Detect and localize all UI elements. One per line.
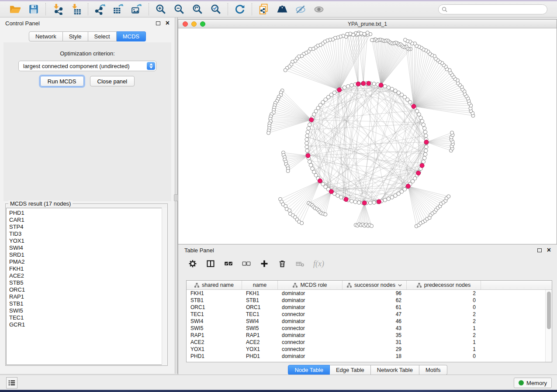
control-panel-tab[interactable]: Select [88, 31, 117, 41]
network-edge[interactable] [381, 49, 410, 85]
network-node[interactable] [356, 32, 360, 36]
network-edge[interactable] [322, 192, 332, 213]
cell-mcds-role[interactable]: connector [278, 325, 343, 332]
network-edge[interactable] [288, 155, 308, 171]
network-node[interactable] [363, 32, 366, 36]
zoom-out-button[interactable] [173, 3, 185, 15]
network-edge[interactable] [358, 34, 363, 83]
export-network-button[interactable] [94, 3, 106, 15]
mcds-hub-node[interactable] [367, 81, 371, 86]
mcds-result-node[interactable]: GCR1 [9, 321, 166, 328]
cell-successor-nodes[interactable]: 18 [343, 353, 407, 360]
cell-mcds-role[interactable]: dominator [278, 332, 343, 339]
mcds-result-node[interactable]: PMA2 [9, 258, 166, 265]
network-edge[interactable] [361, 33, 363, 83]
cell-successor-nodes[interactable]: 47 [343, 311, 407, 318]
mcds-result-node[interactable]: PHD1 [9, 210, 166, 217]
cell-shared-name[interactable]: RAP1 [187, 332, 242, 339]
network-node[interactable] [286, 169, 290, 173]
network-edge[interactable] [357, 203, 364, 226]
network-node[interactable] [339, 196, 343, 199]
network-node[interactable] [383, 85, 387, 88]
close-panel-button[interactable]: Close panel [90, 76, 135, 86]
network-node[interactable] [422, 160, 425, 163]
network-edge[interactable] [299, 181, 320, 222]
column-header-name[interactable]: name [242, 281, 278, 289]
network-node[interactable] [372, 201, 376, 204]
network-node[interactable] [267, 131, 270, 134]
cell-successor-nodes[interactable]: 31 [343, 339, 407, 346]
network-edge[interactable] [334, 93, 408, 186]
show-column-button[interactable] [206, 259, 215, 268]
network-node[interactable] [306, 130, 309, 134]
network-edge[interactable] [275, 105, 311, 120]
network-edge[interactable] [414, 73, 450, 107]
create-column-button[interactable] [259, 259, 269, 268]
cell-shared-name[interactable]: SWI4 [187, 318, 242, 325]
table-panel-tab[interactable]: Network Table [371, 365, 419, 375]
table-row[interactable]: SWI4 SWI4 dominator 46 2 [187, 318, 545, 325]
network-node[interactable] [305, 145, 308, 148]
mcds-result-node[interactable]: STB1 [9, 300, 166, 307]
cell-mcds-role[interactable]: dominator [278, 318, 343, 325]
network-edge[interactable] [359, 84, 419, 173]
network-node[interactable] [353, 200, 357, 203]
network-node[interactable] [360, 31, 363, 35]
cell-predecessor-nodes[interactable]: 1 [407, 339, 481, 346]
export-table-button[interactable] [113, 3, 124, 15]
mcds-result-node[interactable]: CAR1 [9, 217, 166, 224]
network-node[interactable] [425, 145, 428, 148]
mcds-hub-node[interactable] [412, 104, 416, 109]
cell-successor-nodes[interactable]: 62 [343, 297, 407, 304]
mcds-result-node[interactable]: STP4 [9, 224, 166, 230]
cell-successor-nodes[interactable]: 61 [343, 304, 407, 311]
network-node[interactable] [336, 194, 339, 197]
network-node[interactable] [368, 201, 372, 205]
mcds-result-node[interactable]: RAP1 [9, 293, 166, 300]
zoom-fit-button[interactable] [192, 3, 203, 15]
mcds-result-node[interactable]: ACE2 [9, 272, 166, 279]
cell-successor-nodes[interactable]: 29 [343, 346, 407, 353]
cell-name[interactable]: RAP1 [242, 332, 278, 339]
network-edge[interactable] [269, 120, 311, 131]
cell-predecessor-nodes[interactable]: 2 [407, 332, 481, 339]
cell-predecessor-nodes[interactable]: 1 [407, 346, 481, 353]
network-node[interactable] [387, 197, 390, 200]
mcds-result-node[interactable]: SWI5 [9, 307, 166, 314]
cell-predecessor-nodes[interactable]: 2 [407, 311, 481, 318]
cell-successor-nodes[interactable]: 43 [343, 325, 407, 332]
cell-successor-nodes[interactable]: 35 [343, 332, 407, 339]
cell-shared-name[interactable]: YOX1 [187, 346, 242, 353]
cell-mcds-role[interactable]: dominator [278, 297, 343, 304]
mcds-hub-node[interactable] [377, 199, 381, 204]
network-node[interactable] [422, 156, 426, 160]
network-edge[interactable] [280, 181, 320, 199]
network-node[interactable] [394, 89, 397, 93]
network-edge[interactable] [282, 90, 311, 120]
column-header-shared-name[interactable]: shared name [187, 281, 242, 289]
network-node[interactable] [423, 130, 427, 134]
cell-shared-name[interactable]: TEC1 [187, 311, 242, 318]
mcds-hub-node[interactable] [329, 189, 333, 194]
column-header-mcds-role[interactable]: MCDS role [278, 281, 343, 289]
column-header-successor-nodes[interactable]: successor nodes [343, 281, 407, 289]
control-panel-tab[interactable]: Network [29, 31, 63, 41]
network-node[interactable] [300, 221, 304, 225]
network-edge[interactable] [426, 137, 451, 142]
mcds-result-node[interactable]: SRD1 [9, 251, 166, 258]
task-history-button[interactable] [6, 377, 17, 389]
mcds-hub-node[interactable] [306, 153, 310, 158]
network-edge[interactable] [282, 181, 320, 202]
cell-name[interactable]: TEC1 [242, 311, 278, 318]
network-edge[interactable] [327, 90, 339, 188]
cell-name[interactable]: ACE2 [242, 339, 278, 346]
network-node[interactable] [357, 201, 361, 204]
show-all-button[interactable] [313, 3, 325, 15]
cell-successor-nodes[interactable]: 46 [343, 318, 407, 325]
cell-name[interactable]: SWI4 [242, 318, 278, 325]
network-node[interactable] [423, 152, 427, 156]
close-panel-icon[interactable]: × [166, 21, 170, 26]
network-node[interactable] [424, 149, 428, 152]
network-node[interactable] [422, 123, 425, 126]
network-edge[interactable] [426, 142, 452, 146]
